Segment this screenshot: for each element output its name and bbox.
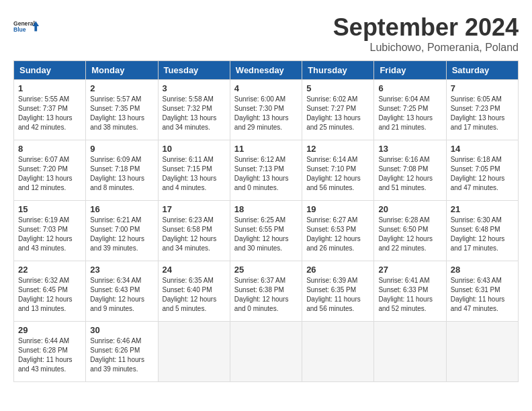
day-info: Sunrise: 6:05 AMSunset: 7:23 PMDaylight:… (451, 95, 514, 132)
day-info: Sunrise: 6:41 AMSunset: 6:33 PMDaylight:… (378, 276, 441, 314)
day-number: 17 (163, 204, 226, 214)
calendar-day: 2 Sunrise: 5:57 AMSunset: 7:35 PMDayligh… (86, 80, 158, 140)
location-subtitle: Lubichowo, Pomerania, Poland (333, 42, 519, 54)
calendar-day: 16 Sunrise: 6:21 AMSunset: 7:00 PMDaylig… (86, 201, 158, 261)
day-number: 27 (378, 265, 441, 275)
calendar-day: 5 Sunrise: 6:02 AMSunset: 7:27 PMDayligh… (302, 80, 374, 140)
day-number: 13 (378, 144, 441, 154)
day-info: Sunrise: 6:43 AMSunset: 6:31 PMDaylight:… (451, 276, 514, 314)
col-header-sunday: Sunday (14, 61, 86, 80)
day-info: Sunrise: 6:14 AMSunset: 7:10 PMDaylight:… (306, 155, 369, 193)
calendar-day: 21 Sunrise: 6:30 AMSunset: 6:48 PMDaylig… (446, 201, 518, 261)
day-info: Sunrise: 6:02 AMSunset: 7:27 PMDaylight:… (306, 95, 369, 132)
day-info: Sunrise: 6:28 AMSunset: 6:50 PMDaylight:… (378, 216, 441, 253)
title-block: September 2024 Lubichowo, Pomerania, Pol… (333, 13, 519, 54)
day-number: 29 (18, 325, 81, 335)
calendar-day: 3 Sunrise: 5:58 AMSunset: 7:32 PMDayligh… (158, 80, 230, 140)
logo-svg: General Blue (13, 13, 39, 39)
day-number: 14 (451, 144, 514, 154)
day-number: 30 (90, 325, 153, 335)
calendar-day: 26 Sunrise: 6:39 AMSunset: 6:35 PMDaylig… (302, 261, 374, 322)
calendar-week-2: 8 Sunrise: 6:07 AMSunset: 7:20 PMDayligh… (14, 140, 519, 201)
day-info: Sunrise: 6:19 AMSunset: 7:03 PMDaylight:… (18, 216, 81, 253)
page-header: General Blue September 2024 Lubichowo, P… (13, 13, 519, 54)
day-info: Sunrise: 6:16 AMSunset: 7:08 PMDaylight:… (378, 155, 441, 193)
day-number: 24 (163, 265, 226, 275)
svg-text:Blue: Blue (13, 26, 26, 33)
day-number: 9 (90, 144, 153, 154)
calendar-day: 13 Sunrise: 6:16 AMSunset: 7:08 PMDaylig… (374, 140, 446, 201)
calendar-day: 14 Sunrise: 6:18 AMSunset: 7:05 PMDaylig… (446, 140, 518, 201)
calendar-day: 17 Sunrise: 6:23 AMSunset: 6:58 PMDaylig… (158, 201, 230, 261)
calendar-day: 9 Sunrise: 6:09 AMSunset: 7:18 PMDayligh… (86, 140, 158, 201)
calendar-day: 22 Sunrise: 6:32 AMSunset: 6:45 PMDaylig… (14, 261, 86, 322)
day-number: 10 (163, 144, 226, 154)
col-header-wednesday: Wednesday (230, 61, 302, 80)
calendar-day: 20 Sunrise: 6:28 AMSunset: 6:50 PMDaylig… (374, 201, 446, 261)
day-info: Sunrise: 6:35 AMSunset: 6:40 PMDaylight:… (163, 276, 226, 314)
day-info: Sunrise: 6:07 AMSunset: 7:20 PMDaylight:… (18, 155, 81, 193)
day-number: 1 (18, 83, 81, 93)
day-info: Sunrise: 6:32 AMSunset: 6:45 PMDaylight:… (18, 276, 81, 314)
day-number: 26 (306, 265, 369, 275)
calendar-day: 30 Sunrise: 6:46 AMSunset: 6:26 PMDaylig… (86, 322, 158, 382)
day-number: 12 (306, 144, 369, 154)
day-info: Sunrise: 6:27 AMSunset: 6:53 PMDaylight:… (306, 216, 369, 253)
day-info: Sunrise: 6:44 AMSunset: 6:28 PMDaylight:… (18, 336, 81, 374)
calendar-day: 1 Sunrise: 5:55 AMSunset: 7:37 PMDayligh… (14, 80, 86, 140)
day-number: 2 (90, 83, 153, 93)
col-header-thursday: Thursday (302, 61, 374, 80)
calendar-day: 23 Sunrise: 6:34 AMSunset: 6:43 PMDaylig… (86, 261, 158, 322)
day-info: Sunrise: 6:00 AMSunset: 7:30 PMDaylight:… (234, 95, 298, 132)
day-info: Sunrise: 6:34 AMSunset: 6:43 PMDaylight:… (90, 276, 153, 314)
logo: General Blue (13, 13, 39, 39)
day-number: 3 (163, 83, 226, 93)
calendar-day (158, 322, 230, 382)
day-number: 22 (18, 265, 81, 275)
calendar-day: 7 Sunrise: 6:05 AMSunset: 7:23 PMDayligh… (446, 80, 518, 140)
day-info: Sunrise: 6:09 AMSunset: 7:18 PMDaylight:… (90, 155, 153, 193)
day-number: 7 (451, 83, 514, 93)
day-info: Sunrise: 6:11 AMSunset: 7:15 PMDaylight:… (163, 155, 226, 193)
day-number: 8 (18, 144, 81, 154)
day-info: Sunrise: 6:12 AMSunset: 7:13 PMDaylight:… (234, 155, 298, 193)
day-number: 21 (451, 204, 514, 214)
day-number: 28 (451, 265, 514, 275)
calendar-week-1: 1 Sunrise: 5:55 AMSunset: 7:37 PMDayligh… (14, 80, 519, 140)
day-number: 25 (234, 265, 298, 275)
calendar-day: 10 Sunrise: 6:11 AMSunset: 7:15 PMDaylig… (158, 140, 230, 201)
day-info: Sunrise: 5:57 AMSunset: 7:35 PMDaylight:… (90, 95, 153, 132)
day-info: Sunrise: 6:46 AMSunset: 6:26 PMDaylight:… (90, 336, 153, 374)
day-number: 5 (306, 83, 369, 93)
day-number: 23 (90, 265, 153, 275)
day-info: Sunrise: 6:21 AMSunset: 7:00 PMDaylight:… (90, 216, 153, 253)
calendar-week-3: 15 Sunrise: 6:19 AMSunset: 7:03 PMDaylig… (14, 201, 519, 261)
day-number: 19 (306, 204, 369, 214)
day-number: 6 (378, 83, 441, 93)
calendar-day (446, 322, 518, 382)
calendar-day: 12 Sunrise: 6:14 AMSunset: 7:10 PMDaylig… (302, 140, 374, 201)
day-info: Sunrise: 6:39 AMSunset: 6:35 PMDaylight:… (306, 276, 369, 314)
calendar-day: 24 Sunrise: 6:35 AMSunset: 6:40 PMDaylig… (158, 261, 230, 322)
day-number: 20 (378, 204, 441, 214)
col-header-monday: Monday (86, 61, 158, 80)
day-info: Sunrise: 6:04 AMSunset: 7:25 PMDaylight:… (378, 95, 441, 132)
day-info: Sunrise: 6:23 AMSunset: 6:58 PMDaylight:… (163, 216, 226, 253)
calendar-table: SundayMondayTuesdayWednesdayThursdayFrid… (13, 60, 519, 382)
col-header-saturday: Saturday (446, 61, 518, 80)
month-title: September 2024 (333, 13, 519, 42)
day-info: Sunrise: 5:58 AMSunset: 7:32 PMDaylight:… (163, 95, 226, 132)
col-header-friday: Friday (374, 61, 446, 80)
day-info: Sunrise: 5:55 AMSunset: 7:37 PMDaylight:… (18, 95, 81, 132)
calendar-day: 11 Sunrise: 6:12 AMSunset: 7:13 PMDaylig… (230, 140, 302, 201)
calendar-day: 28 Sunrise: 6:43 AMSunset: 6:31 PMDaylig… (446, 261, 518, 322)
col-header-tuesday: Tuesday (158, 61, 230, 80)
calendar-day (374, 322, 446, 382)
calendar-day (302, 322, 374, 382)
day-number: 11 (234, 144, 298, 154)
day-number: 18 (234, 204, 298, 214)
calendar-day: 29 Sunrise: 6:44 AMSunset: 6:28 PMDaylig… (14, 322, 86, 382)
day-info: Sunrise: 6:37 AMSunset: 6:38 PMDaylight:… (234, 276, 298, 314)
calendar-week-4: 22 Sunrise: 6:32 AMSunset: 6:45 PMDaylig… (14, 261, 519, 322)
calendar-day: 27 Sunrise: 6:41 AMSunset: 6:33 PMDaylig… (374, 261, 446, 322)
